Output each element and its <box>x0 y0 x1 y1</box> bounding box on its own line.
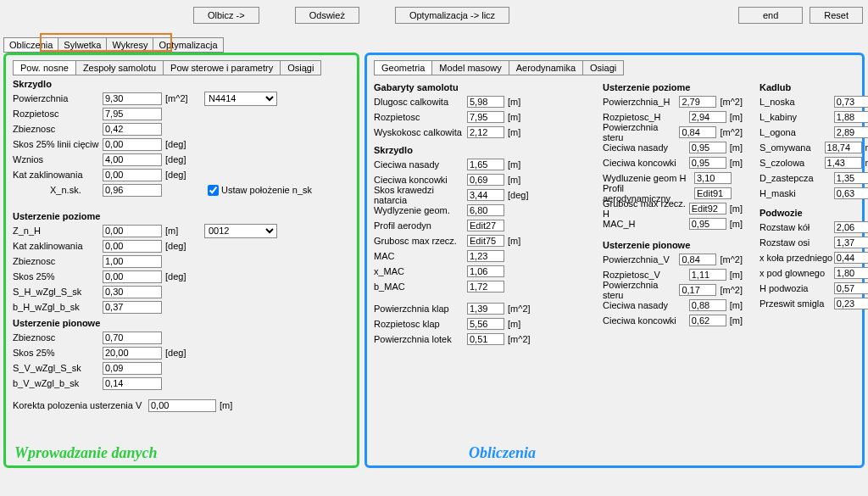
flap-area-label: Powierzchnia klap <box>374 304 467 314</box>
hmas-label: H_maski <box>760 188 834 198</box>
sh-input[interactable] <box>103 286 162 298</box>
wydlh-out <box>694 172 732 184</box>
flap-span-label: Rozpietosc klap <box>374 319 467 329</box>
mach-unit: [m] <box>730 219 743 229</box>
wing-area-input[interactable] <box>103 92 162 105</box>
le-sweep-out <box>467 189 504 201</box>
bv-input[interactable] <box>103 377 162 390</box>
rozph-unit: [m] <box>730 112 743 122</box>
htail-profile-select[interactable]: 0012 <box>204 224 277 238</box>
lkab-label: L_kabiny <box>760 112 834 122</box>
tab-wykresy[interactable]: Wykresy <box>106 37 153 53</box>
itab-powsterowe[interactable]: Pow sterowe i parametry <box>163 60 281 75</box>
wydlh-label: Wydluzenie geom H <box>603 173 694 183</box>
hcnas-label: Cieciwa nasady <box>603 142 689 153</box>
powv-unit: [m^2] <box>720 254 743 265</box>
itab-pow-nosne[interactable]: Pow. nosne <box>13 60 76 75</box>
hckon-label: Cieciwa koncowki <box>603 158 689 168</box>
xmac-out <box>467 265 504 277</box>
psterv-label: Powierzchnia steru <box>603 280 679 300</box>
vtail-taper-label: Zbieznosc <box>13 332 103 343</box>
xglo-out <box>834 267 868 279</box>
vcnas-label: Cieciwa nasady <box>603 300 689 310</box>
height-unit: [m] <box>508 127 520 137</box>
xnsk-input[interactable] <box>103 184 162 197</box>
wing-profile-select[interactable]: N4414 <box>204 92 277 106</box>
left-tabs: Pow. nosne Zespoły samolotu Pow sterowe … <box>13 60 350 75</box>
root-chord-label: Cieciwa nasady <box>374 159 467 170</box>
incidence-label: Kat zaklinowania <box>13 170 103 180</box>
rozpv-unit: [m] <box>730 270 743 280</box>
powv-label: Powierzchnia_V <box>603 254 679 265</box>
top-toolbar: Olbicz -> Odswież Optymalizacja -> licz … <box>0 0 868 29</box>
profa-out <box>694 187 732 199</box>
hcnas-out <box>689 142 726 153</box>
data-entry-panel: Pow. nosne Zespoły samolotu Pow sterowe … <box>3 53 359 468</box>
root-chord-unit: [m] <box>508 159 520 170</box>
vtail-taper-input[interactable] <box>103 332 162 344</box>
htail-inc-input[interactable] <box>103 240 162 253</box>
left-caption: Wprowadzanie danych <box>14 444 158 462</box>
lnos-out <box>834 96 868 108</box>
powh-out <box>679 96 716 108</box>
bh-input[interactable] <box>103 301 162 314</box>
aspect-out <box>467 204 504 216</box>
itab-zespoly[interactable]: Zespoły samolotu <box>75 60 164 75</box>
korekta-input[interactable] <box>148 399 216 412</box>
taper-input[interactable] <box>103 123 162 136</box>
dihedral-input[interactable] <box>103 153 162 166</box>
somy-unit: m^2 <box>865 142 868 153</box>
tab-optymalizacja[interactable]: Optymalizacja <box>153 37 223 53</box>
reset-button[interactable]: Reset <box>810 7 863 24</box>
psterv-unit: [m^2] <box>720 285 743 295</box>
flap-area-unit: [m^2] <box>508 304 531 314</box>
rtab-osiagi[interactable]: Osiagi <box>582 60 624 75</box>
znh-label: Z_n_H <box>13 226 103 236</box>
htail-inc-unit: [deg] <box>165 241 204 251</box>
sv-label: S_V_wZgl_S_sk <box>13 363 103 373</box>
set-nsk-checkbox[interactable] <box>208 185 219 196</box>
htail-sweep-input[interactable] <box>103 270 162 283</box>
taper-label: Zbieznosc <box>13 124 103 134</box>
powv-out <box>679 254 716 265</box>
htail-inc-label: Kat zaklinowania <box>13 241 103 251</box>
span-label: Rozpietosc <box>13 109 103 119</box>
pster-out <box>679 126 716 138</box>
bv-label: b_V_wZgl_b_sk <box>13 378 103 388</box>
incidence-input[interactable] <box>103 169 162 181</box>
htail-taper-input[interactable] <box>103 255 162 268</box>
rozph-label: Rozpietosc_H <box>603 112 689 122</box>
end-button[interactable]: end <box>738 7 803 24</box>
results-panel: Geometria Model masowy Aerodynamika Osia… <box>364 53 865 468</box>
le-sweep-unit: [deg] <box>508 190 528 200</box>
xprz-out <box>834 252 868 264</box>
vckon-label: Cieciwa koncowki <box>603 315 689 326</box>
refresh-button[interactable]: Odswież <box>295 7 359 24</box>
znh-input[interactable] <box>103 225 162 237</box>
rtab-model-masowy[interactable]: Model masowy <box>431 60 509 75</box>
root-chord-out <box>467 159 504 170</box>
sweep25-input[interactable] <box>103 138 162 151</box>
rosi-out <box>834 237 868 248</box>
vckon-out <box>689 315 726 326</box>
hckon-unit: [m] <box>730 158 743 168</box>
bmac-out <box>467 281 504 293</box>
powh-unit: [m^2] <box>720 97 743 107</box>
vcnas-out <box>689 299 726 311</box>
calc-button[interactable]: Olbicz -> <box>193 7 259 24</box>
sv-input[interactable] <box>103 362 162 375</box>
tab-obliczenia[interactable]: Obliczenia <box>3 37 58 53</box>
tab-sylwetka[interactable]: Sylwetka <box>58 37 107 53</box>
optimize-button[interactable]: Optymalizacja -> licz <box>395 7 509 24</box>
fuselage-title: Kadlub <box>760 82 868 92</box>
rtab-geometria[interactable]: Geometria <box>374 60 432 75</box>
thick-unit: [m] <box>508 236 520 246</box>
rtab-aero[interactable]: Aerodynamika <box>509 60 583 75</box>
itab-osiagi[interactable]: Osiągi <box>280 60 321 75</box>
powh-label: Powierzchnia_H <box>603 97 679 107</box>
gab-title: Gabaryty samolotu <box>374 82 586 92</box>
xprz-label: x koła przedniego <box>760 253 834 263</box>
span-input[interactable] <box>103 108 162 120</box>
vtail-sweep-input[interactable] <box>103 347 162 359</box>
mach-out <box>689 218 726 230</box>
